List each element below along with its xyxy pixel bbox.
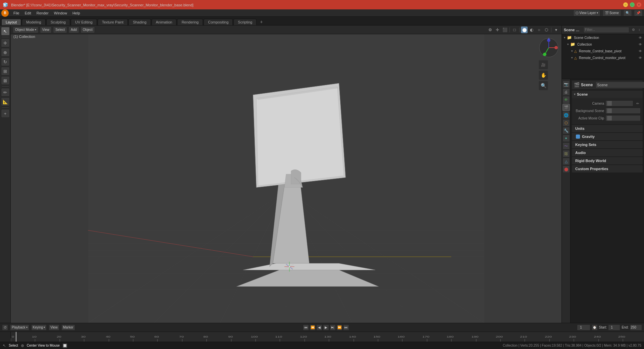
- timeline-ruler[interactable]: 0 10 20 30 40 50 60 70 80: [11, 332, 644, 342]
- props-icon-object[interactable]: ⬡: [562, 119, 570, 127]
- tool-move[interactable]: ⊕: [1, 48, 10, 57]
- section-audio-header[interactable]: Audio: [572, 149, 643, 156]
- tool-scale[interactable]: ⊞: [1, 67, 10, 76]
- viewport-icon-filter[interactable]: ⚙: [487, 27, 493, 33]
- jump-end-btn[interactable]: ⏭: [343, 325, 349, 331]
- timeline-type-btn[interactable]: ⏱: [2, 325, 8, 331]
- frame-end-input[interactable]: [630, 325, 642, 331]
- props-icon-material[interactable]: ⬤: [562, 165, 570, 173]
- search-button[interactable]: 🔍: [623, 10, 632, 16]
- tool-transform[interactable]: ⊠: [1, 76, 10, 85]
- tool-measure[interactable]: 📐: [1, 97, 10, 106]
- tool-select[interactable]: ↖: [1, 27, 10, 36]
- outliner-item-object-2[interactable]: ▾ △ Remote_Control_monitor_pivot 👁: [562, 54, 644, 61]
- section-scene-header[interactable]: Scene: [572, 91, 643, 98]
- scene-name-input[interactable]: [595, 82, 644, 88]
- menu-file[interactable]: File: [11, 10, 22, 16]
- nav-zoom-btn[interactable]: 🔍: [539, 81, 548, 90]
- prev-keyframe-btn[interactable]: ⏪: [310, 325, 316, 331]
- scene-selector[interactable]: 🎬 Scene: [602, 10, 621, 16]
- close-button[interactable]: ×: [637, 2, 641, 7]
- section-keying-sets-header[interactable]: Keying Sets: [572, 141, 643, 148]
- timeline-marker-menu[interactable]: Marker: [61, 325, 75, 331]
- camera-value[interactable]: [605, 100, 633, 106]
- timeline-keying-menu[interactable]: Keying: [31, 325, 47, 331]
- props-icon-particles[interactable]: ✦: [562, 135, 570, 142]
- props-icon-constraints[interactable]: ⛓: [562, 150, 570, 157]
- next-frame-btn[interactable]: ▶|: [330, 325, 336, 331]
- jump-start-btn[interactable]: ⏮: [303, 325, 309, 331]
- prev-frame-btn[interactable]: ◀: [316, 325, 322, 331]
- viewport-view-menu[interactable]: View: [40, 27, 52, 33]
- props-icon-scene[interactable]: 🎬: [562, 104, 570, 111]
- visibility-icon-2[interactable]: 👁: [639, 49, 642, 53]
- viewport-shading-settings[interactable]: ▾: [553, 27, 559, 33]
- tab-sculpting[interactable]: Sculpting: [46, 19, 70, 25]
- props-icon-render[interactable]: 📷: [562, 81, 570, 88]
- viewport-icon-xray[interactable]: □: [511, 27, 518, 33]
- gravity-checkbox[interactable]: [576, 135, 580, 139]
- viewport-mode-selector[interactable]: Object Mode ▾: [13, 27, 39, 33]
- tab-rendering[interactable]: Rendering: [177, 19, 203, 25]
- playback-fps-icon[interactable]: ⌚: [592, 325, 598, 331]
- props-icon-data[interactable]: △: [562, 158, 570, 165]
- menu-edit[interactable]: Edit: [22, 10, 34, 16]
- props-icon-physics[interactable]: 〜: [562, 142, 570, 150]
- tool-cursor[interactable]: ✛: [1, 39, 10, 47]
- tab-layout[interactable]: Layout: [1, 19, 21, 25]
- viewport-object-menu[interactable]: Object: [80, 27, 95, 33]
- tab-compositing[interactable]: Compositing: [204, 19, 233, 25]
- visibility-icon-3[interactable]: 👁: [639, 56, 642, 60]
- current-frame-input[interactable]: [577, 325, 590, 331]
- maximize-button[interactable]: □: [630, 2, 635, 7]
- section-rigid-body-header[interactable]: Rigid Body World: [572, 157, 643, 164]
- movie-clip-value[interactable]: [605, 115, 641, 121]
- viewport-3d[interactable]: Object Mode ▾ View Select Add Object ⚙ ✛…: [11, 26, 561, 323]
- props-icon-modifier[interactable]: 🔧: [562, 127, 570, 134]
- outliner-item-scene-collection[interactable]: ▾ 📁 Scene Collection 👁: [562, 34, 644, 41]
- viewport-add-menu[interactable]: Add: [68, 27, 79, 33]
- props-icon-output[interactable]: 🖨: [562, 88, 570, 96]
- play-btn[interactable]: ▶: [323, 325, 329, 331]
- tool-add[interactable]: +: [1, 109, 10, 118]
- outliner-filter-icon[interactable]: ⚙: [631, 27, 636, 33]
- camera-edit-btn[interactable]: ✏: [635, 100, 641, 106]
- orientation-widget[interactable]: X Y Z: [539, 38, 559, 58]
- visibility-icon-0[interactable]: 👁: [639, 36, 642, 40]
- menu-window[interactable]: Window: [51, 10, 70, 16]
- tab-shading[interactable]: Shading: [128, 19, 151, 25]
- nav-move-btn[interactable]: ✋: [539, 70, 548, 80]
- minimize-button[interactable]: –: [623, 2, 628, 7]
- nav-camera-btn[interactable]: 🎥: [539, 60, 548, 69]
- menu-render[interactable]: Render: [34, 10, 51, 16]
- section-gravity-header[interactable]: Gravity: [572, 133, 643, 140]
- outliner-item-collection[interactable]: ▾ 📁 Collection 👁: [562, 41, 644, 48]
- tab-animation[interactable]: Animation: [152, 19, 177, 25]
- timeline-playback-menu[interactable]: Playback: [10, 325, 29, 331]
- tab-texture-paint[interactable]: Texture Paint: [98, 19, 128, 25]
- view-layer-selector[interactable]: ⬡ View Layer ▾: [573, 10, 600, 16]
- tab-modeling[interactable]: Modeling: [22, 19, 46, 25]
- outliner-sort-icon[interactable]: ↕: [637, 27, 642, 33]
- tool-rotate[interactable]: ↻: [1, 57, 10, 66]
- section-units-header[interactable]: Units: [572, 125, 643, 132]
- viewport-shading-rendered[interactable]: ○: [536, 27, 542, 33]
- menu-help[interactable]: Help: [70, 10, 83, 16]
- section-custom-props-header[interactable]: Custom Properties: [572, 165, 643, 172]
- tab-scripting[interactable]: Scripting: [233, 19, 257, 25]
- bg-scene-value[interactable]: [605, 108, 641, 114]
- outliner-search-input[interactable]: [583, 27, 629, 33]
- viewport-select-menu[interactable]: Select: [53, 27, 67, 33]
- outliner-item-object-1[interactable]: ▾ △ Remote_Control_base_pivot 👁: [562, 48, 644, 54]
- timeline-view-menu[interactable]: View: [49, 325, 59, 331]
- tool-annotate[interactable]: ✏: [1, 88, 10, 97]
- props-icon-view-layer[interactable]: 👁: [562, 96, 570, 103]
- viewport-icon-gizmo[interactable]: ✛: [494, 27, 501, 33]
- viewport-shading-solid[interactable]: ⬤: [521, 27, 528, 33]
- visibility-icon-1[interactable]: 👁: [639, 43, 642, 46]
- pin-button[interactable]: 📌: [634, 10, 643, 16]
- add-workspace-button[interactable]: +: [257, 18, 265, 25]
- frame-start-input[interactable]: [608, 325, 620, 331]
- viewport-shading-wireframe[interactable]: ⬡: [543, 27, 550, 33]
- tab-uv-editing[interactable]: UV Editing: [71, 19, 97, 25]
